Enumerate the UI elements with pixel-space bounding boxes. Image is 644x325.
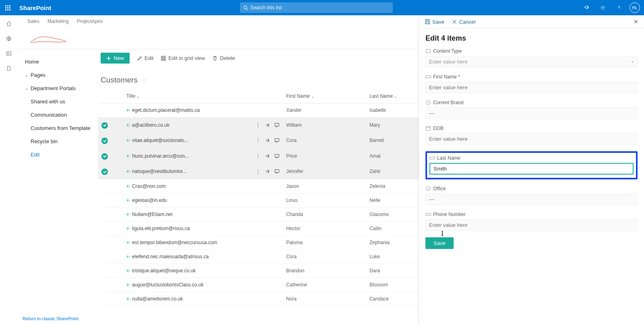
nav-home[interactable]: Home — [23, 55, 93, 68]
row-more-icon[interactable]: ⋮ — [256, 153, 260, 159]
hub-link-projectapex[interactable]: ProjectApex — [77, 19, 103, 24]
row-more-icon[interactable]: ⋮ — [256, 122, 260, 128]
row-selected-icon[interactable] — [101, 122, 108, 129]
left-nav: Home ⌄Pages ⌄Department Portals Shared w… — [18, 49, 98, 325]
rail-news-icon[interactable] — [6, 51, 12, 58]
row-more-icon[interactable]: ⋮ — [256, 169, 260, 174]
suite-title: SharePoint — [19, 4, 51, 11]
phone-input[interactable] — [425, 219, 638, 231]
text-field-icon — [425, 74, 431, 80]
row-selected-icon[interactable] — [101, 153, 108, 160]
row-title: a@aclibero.co.uk — [132, 122, 169, 128]
nav-pages[interactable]: ⌄Pages — [23, 68, 93, 82]
first-name-input[interactable] — [425, 82, 638, 93]
current-brand-value[interactable]: — — [425, 107, 638, 119]
text-field-icon — [425, 212, 431, 217]
text-field-icon — [429, 155, 435, 161]
return-classic-link[interactable]: Return to classic SharePoint — [23, 316, 78, 321]
svg-rect-28 — [430, 157, 435, 159]
content-type-select[interactable]: Enter value here⌄ — [425, 56, 638, 68]
share-icon[interactable] — [264, 169, 270, 174]
rail-home-icon[interactable] — [6, 21, 12, 28]
choice-icon — [425, 100, 431, 105]
search-icon — [243, 5, 248, 10]
svg-rect-30 — [426, 213, 431, 215]
panel-close-icon[interactable]: ✕ — [634, 19, 638, 25]
hub-link-marketing[interactable]: Marketing — [47, 19, 69, 24]
date-icon — [425, 125, 431, 131]
svg-rect-9 — [161, 56, 166, 60]
nav-customers-template[interactable]: Customers from Template — [23, 121, 93, 135]
chevron-down-icon: ⌄ — [25, 73, 28, 77]
row-title: egestas@in.edu — [132, 197, 167, 203]
app-launcher[interactable] — [0, 0, 15, 15]
edit-panel: Save Cancel ✕ Edit 4 items Content Type … — [419, 15, 644, 325]
panel-save-link[interactable]: Save — [425, 19, 444, 25]
row-title: eleifend.nec.malesuada@atrisus.ca — [132, 254, 208, 259]
svg-rect-26 — [426, 127, 431, 131]
svg-rect-14 — [275, 123, 279, 126]
last-name-input[interactable] — [429, 163, 634, 175]
nav-shared[interactable]: Shared with us — [23, 95, 93, 108]
list-title: Customers — [101, 76, 138, 84]
svg-rect-17 — [275, 170, 279, 173]
share-icon[interactable] — [264, 122, 270, 128]
item-arrow-icon — [126, 255, 130, 259]
help-icon[interactable] — [613, 2, 625, 13]
comment-icon[interactable] — [274, 122, 280, 128]
user-avatar[interactable]: HL — [630, 2, 640, 13]
row-title: augue@luctuslobortisClass.co.uk — [132, 282, 204, 288]
favorite-star-icon[interactable]: ☆ — [142, 77, 147, 83]
panel-save-button[interactable]: Save — [425, 237, 454, 249]
share-icon[interactable] — [264, 138, 270, 143]
row-title: vitae.aliquet@sociisnato... — [132, 138, 188, 143]
settings-icon[interactable] — [597, 2, 609, 13]
svg-rect-24 — [426, 76, 431, 78]
new-button[interactable]: New — [101, 53, 130, 64]
row-more-icon[interactable]: ⋮ — [256, 138, 260, 143]
row-selected-icon[interactable] — [101, 169, 108, 175]
item-arrow-icon — [126, 154, 130, 158]
megaphone-icon[interactable] — [581, 2, 592, 13]
site-logo — [27, 30, 69, 47]
item-arrow-icon — [126, 226, 130, 230]
nav-communication[interactable]: Communication — [23, 108, 93, 121]
content-type-icon — [425, 48, 431, 54]
nav-department-portals[interactable]: ⌄Department Portals — [23, 82, 93, 95]
delete-button[interactable]: Delete — [212, 55, 235, 61]
item-arrow-icon — [126, 108, 130, 112]
row-title: tristique.aliquet@neque.co.uk — [132, 268, 196, 274]
hub-link-sales[interactable]: Sales — [27, 19, 39, 24]
comment-icon[interactable] — [274, 153, 280, 159]
col-title[interactable]: Title⌄ — [123, 89, 283, 103]
item-arrow-icon — [126, 123, 130, 127]
row-selected-icon[interactable] — [101, 138, 108, 144]
edit-button[interactable]: Edit — [137, 55, 153, 61]
nav-edit[interactable]: Edit — [23, 148, 93, 161]
search-box[interactable] — [240, 2, 393, 13]
last-name-highlight: Last Name — [425, 151, 638, 179]
item-arrow-icon — [126, 283, 130, 287]
comment-icon[interactable] — [274, 138, 280, 143]
svg-point-25 — [426, 101, 431, 105]
col-first-name[interactable]: First Name⌄ — [283, 89, 366, 103]
nav-recycle-bin[interactable]: Recycle bin — [23, 135, 93, 148]
item-arrow-icon — [126, 184, 130, 188]
choice-icon — [425, 186, 431, 191]
search-input[interactable] — [250, 5, 390, 10]
panel-cancel-link[interactable]: Cancel — [452, 19, 475, 25]
item-arrow-icon — [126, 297, 130, 301]
rail-files-icon[interactable] — [6, 66, 12, 72]
svg-line-1 — [246, 8, 248, 10]
item-arrow-icon — [126, 138, 130, 142]
edit-grid-button[interactable]: Edit in grid view — [161, 55, 205, 61]
share-icon[interactable] — [264, 153, 270, 159]
svg-rect-4 — [7, 52, 11, 56]
rail-globe-icon[interactable] — [6, 36, 12, 43]
dob-input[interactable] — [425, 133, 638, 145]
office-value[interactable]: — — [425, 193, 638, 205]
comment-icon[interactable] — [274, 169, 280, 174]
row-title: ligula.elit.pretium@risus.ca — [132, 226, 190, 231]
item-arrow-icon — [126, 212, 130, 216]
svg-rect-23 — [426, 49, 431, 53]
